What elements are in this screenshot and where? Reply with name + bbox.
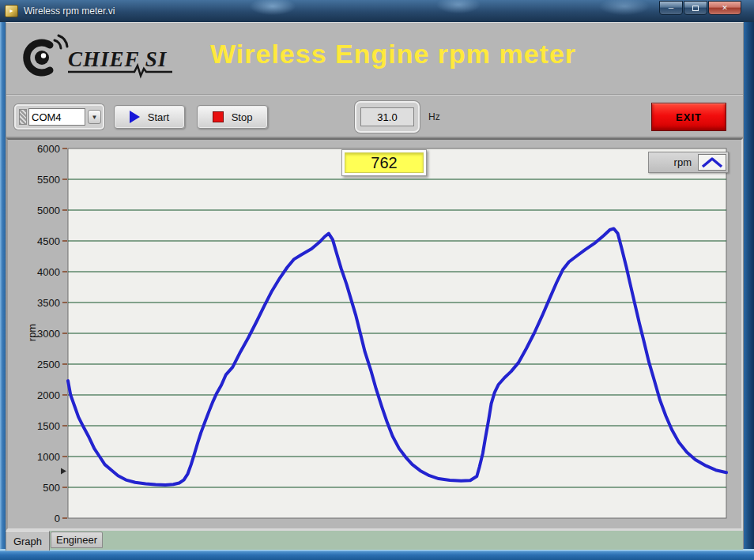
stop-button-label: Stop [232, 111, 253, 123]
play-icon [130, 111, 140, 123]
window-controls: ─ ✕ [658, 1, 741, 15]
close-button[interactable]: ✕ [708, 1, 741, 15]
com-port-value[interactable]: COM4 [28, 108, 85, 126]
com-port-select[interactable]: COM4 ▼ [14, 104, 104, 130]
exit-button[interactable]: EXIT [651, 103, 726, 131]
plot-legend[interactable]: rpm [648, 152, 729, 173]
window-frame-left [0, 22, 6, 560]
frequency-indicator[interactable]: 31.0 [355, 101, 420, 133]
app-title: Wireless Engine rpm meter [210, 39, 576, 70]
maximize-button[interactable] [684, 1, 707, 15]
legend-label: rpm [674, 156, 692, 168]
svg-text:4000: 4000 [37, 266, 60, 278]
header: CHIEF SI Wireless Engine rpm meter [6, 23, 743, 94]
svg-text:500: 500 [43, 482, 60, 494]
plot-line-sample[interactable] [698, 154, 726, 171]
rpm-value-display: 762 [341, 149, 427, 176]
svg-text:2500: 2500 [37, 359, 60, 370]
y-axis-label: rpm [25, 315, 38, 350]
front-panel: CHIEF SI Wireless Engine rpm meter COM4 … [6, 22, 744, 549]
svg-text:5500: 5500 [37, 174, 60, 186]
start-button-label: Start [148, 111, 169, 123]
window-frame-bottom [0, 549, 754, 560]
svg-text:4500: 4500 [37, 235, 60, 247]
stop-icon [213, 111, 224, 122]
minimize-icon: ─ [669, 5, 673, 12]
stop-button[interactable]: Stop [197, 105, 268, 129]
svg-text:3500: 3500 [37, 297, 60, 309]
maximize-icon [692, 6, 699, 11]
logo-wave-small [55, 40, 61, 48]
minimize-button[interactable]: ─ [659, 1, 683, 15]
window-frame-right [744, 22, 754, 560]
waveform-chart-panel: 0500100015002000250030003500400045005000… [6, 138, 743, 530]
logo-text: CHIEF SI [68, 47, 168, 71]
window-title: Wireless rpm meter.vi [24, 6, 115, 17]
rpm-value: 762 [345, 152, 424, 173]
logo-c-center [35, 51, 49, 65]
svg-text:5000: 5000 [37, 205, 60, 216]
app-window: ▸ Wireless rpm meter.vi ─ ✕ CHIEF SI Wir… [0, 0, 754, 560]
control-bar: COM4 ▼ Start Stop 31.0 Hz EXIT [6, 94, 743, 138]
svg-text:3000: 3000 [37, 328, 60, 340]
labview-vi-icon: ▸ [5, 5, 18, 17]
svg-text:6000: 6000 [37, 143, 60, 155]
line-sample-icon [701, 156, 723, 169]
frequency-value[interactable]: 31.0 [360, 107, 414, 126]
tab-engineer[interactable]: Engineer [51, 532, 103, 548]
chevron-down-icon[interactable]: ▼ [88, 110, 101, 124]
svg-text:2000: 2000 [37, 389, 60, 401]
frequency-unit-label: Hz [428, 111, 440, 122]
rpm-waveform-chart: 0500100015002000250030003500400045005000… [8, 140, 743, 528]
svg-text:1500: 1500 [37, 420, 60, 432]
svg-text:0: 0 [55, 513, 60, 524]
start-button[interactable]: Start [114, 105, 185, 129]
logo-c-highlight [41, 53, 46, 58]
close-icon: ✕ [722, 5, 728, 12]
tab-strip: Graph Engineer [6, 530, 743, 550]
chief-si-logo: CHIEF SI [17, 33, 183, 82]
visa-resource-icon [19, 109, 27, 125]
exit-button-label: EXIT [676, 111, 702, 123]
titlebar: ▸ Wireless rpm meter.vi ─ ✕ [0, 0, 754, 22]
svg-text:1000: 1000 [37, 451, 60, 463]
tab-graph[interactable]: Graph [6, 531, 50, 551]
